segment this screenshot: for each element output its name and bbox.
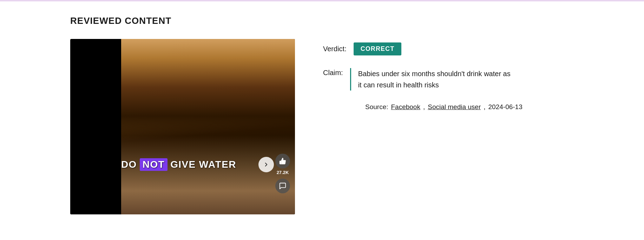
like-area: 27.2K — [275, 154, 290, 193]
claim-line2: it can result in health risks — [358, 81, 439, 89]
content-area: DO NOT GIVE WATER 27.2K — [70, 39, 574, 214]
letterbox-left — [70, 39, 121, 214]
comment-icon — [279, 182, 287, 190]
verdict-row: Verdict: CORRECT — [323, 42, 574, 55]
source-facebook-link[interactable]: Facebook — [391, 103, 420, 111]
person-area — [121, 39, 295, 135]
like-count: 27.2K — [277, 170, 289, 175]
page-wrapper: REVIEWED CONTENT DO NOT GIVE WATER — [0, 1, 644, 228]
video-text-overlay: DO NOT GIVE WATER — [121, 157, 274, 172]
next-button[interactable] — [258, 157, 274, 172]
source-sep1: , — [423, 103, 425, 111]
source-social-media-link[interactable]: Social media user — [428, 103, 481, 111]
comment-button[interactable] — [275, 179, 290, 193]
thumbs-up-icon — [279, 157, 287, 165]
chevron-right-icon — [263, 161, 269, 168]
claim-content: Babies under six months shouldn't drink … — [350, 68, 511, 91]
claim-label: Claim: — [323, 68, 343, 77]
caption-water: GIVE WATER — [170, 159, 236, 170]
claim-row: Claim: Babies under six months shouldn't… — [323, 68, 574, 91]
claim-line1: Babies under six months shouldn't drink … — [358, 70, 511, 78]
video-caption: DO NOT GIVE WATER — [121, 158, 236, 171]
caption-do: DO — [121, 159, 137, 170]
source-date: 2024-06-13 — [488, 103, 523, 111]
baby-area — [121, 135, 295, 214]
verdict-badge: CORRECT — [354, 42, 402, 55]
info-panel: Verdict: CORRECT Claim: Babies under six… — [323, 39, 574, 111]
like-button[interactable] — [275, 154, 290, 168]
source-label: Source: — [365, 103, 388, 111]
caption-not: NOT — [140, 158, 167, 171]
section-title: REVIEWED CONTENT — [70, 15, 574, 26]
source-sep2: , — [484, 103, 485, 111]
verdict-label: Verdict: — [323, 45, 347, 53]
source-row: Source: Facebook , Social media user , 2… — [323, 103, 574, 111]
media-card: DO NOT GIVE WATER 27.2K — [70, 39, 295, 214]
